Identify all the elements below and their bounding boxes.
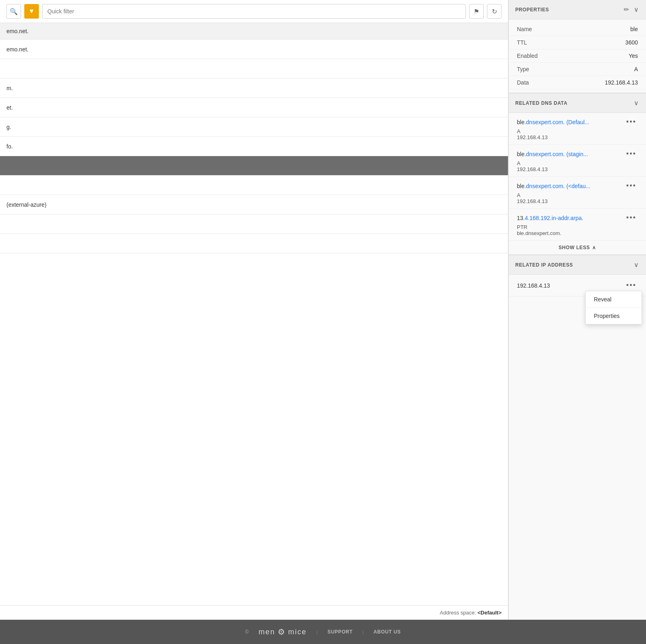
related-ip-section: RELATED IP ADDRESS ∨ 192.168.4.13 ••• Re… (509, 254, 646, 297)
prop-value-ttl: 3600 (625, 39, 638, 46)
properties-title: PROPERTIES (515, 7, 549, 13)
dns-entry-1-ip: 192.168.4.13 (517, 134, 638, 140)
properties-collapse-button[interactable]: ∨ (633, 5, 640, 14)
property-enabled-row: Enabled Yes (509, 49, 646, 63)
list-item[interactable] (0, 214, 508, 234)
list-item[interactable]: g. (0, 117, 508, 137)
chevron-down-icon: ∨ (634, 6, 639, 13)
properties-table: Name ble TTL 3600 Enabled Yes Type A Dat… (509, 19, 646, 93)
right-panel: PROPERTIES ✏ ∨ Name ble TTL 3600 Enabled (508, 0, 646, 620)
flag-icon: ⚑ (474, 8, 479, 15)
dns-entry-2-prefix: ble (517, 151, 525, 157)
context-menu: Reveal Properties (585, 291, 642, 324)
dns-entry-4: 13.4.168.192.in-addr.arpa. ••• PTR ble.d… (509, 209, 646, 241)
support-link[interactable]: SUPPORT (327, 629, 353, 635)
refresh-button[interactable]: ↻ (487, 4, 502, 19)
copyright: © (245, 629, 249, 635)
context-menu-properties[interactable]: Properties (586, 308, 642, 324)
ip-entry: 192.168.4.13 ••• Reveal Properties (509, 275, 646, 297)
chevron-down-icon: ∨ (634, 100, 639, 106)
dns-entry-1-suffix: .dnsexpert.com. (Defaul... (525, 119, 589, 125)
property-ttl-row: TTL 3600 (509, 36, 646, 49)
prop-value-data: 192.168.4.13 (605, 79, 638, 86)
list-item-text: et. (6, 104, 13, 111)
related-dns-section-header: RELATED DNS DATA ∨ (509, 93, 646, 113)
dns-entry-3-ip: 192.168.4.13 (517, 198, 638, 204)
list-item-text: emo.net. (6, 46, 28, 53)
list-item[interactable]: emo.net. (0, 40, 508, 59)
logo-text-part2: mice (288, 628, 307, 636)
list-item-text: fo. (6, 143, 13, 150)
dns-entry-3-suffix: .dnsexpert.com. (<defau... (525, 183, 591, 189)
list-item[interactable]: et. (0, 98, 508, 117)
list-item[interactable]: fo. (0, 137, 508, 156)
search-icon-button[interactable]: 🔍 (6, 4, 21, 19)
logo-icon: ⚙ (278, 627, 286, 637)
dns-entry-3-type: A (517, 192, 638, 198)
dns-entry-1-menu-button[interactable]: ••• (625, 117, 638, 127)
dns-entry-2-name: ble.dnsexpert.com. (stagin... (517, 151, 588, 157)
list-item-text: g. (6, 124, 11, 130)
dns-entry-3-menu-button[interactable]: ••• (625, 181, 638, 191)
dns-entry-3-header: ble.dnsexpert.com. (<defau... ••• (517, 181, 638, 191)
filter-icon: ▼ (28, 8, 35, 15)
prop-label-enabled: Enabled (517, 53, 538, 59)
related-dns-actions: ∨ (633, 98, 640, 108)
context-menu-reveal[interactable]: Reveal (586, 291, 642, 308)
ip-entry-menu-button[interactable]: ••• (625, 280, 638, 290)
related-dns-title: RELATED DNS DATA (515, 100, 567, 106)
dns-entry-1-header: ble.dnsexpert.com. (Defaul... ••• (517, 117, 638, 127)
list-item[interactable] (0, 234, 508, 253)
prop-value-name: ble (630, 26, 638, 32)
prop-label-ttl: TTL (517, 39, 527, 46)
prop-value-enabled: Yes (629, 53, 638, 59)
chevron-up-icon: ∧ (592, 245, 596, 250)
search-icon: 🔍 (10, 8, 18, 15)
dns-entry-3-name: ble.dnsexpert.com. (<defau... (517, 183, 591, 189)
related-dns-collapse-button[interactable]: ∨ (633, 98, 640, 108)
about-link[interactable]: ABOUT US (374, 629, 401, 635)
dns-entry-4-header: 13.4.168.192.in-addr.arpa. ••• (517, 213, 638, 223)
dns-entry-2-menu-button[interactable]: ••• (625, 149, 638, 159)
footer: © men ⚙ mice | SUPPORT | ABOUT US (0, 620, 646, 644)
address-space-label: Address space: (440, 610, 476, 616)
address-space-footer: Address space: <Default> (0, 605, 508, 620)
property-name-row: Name ble (509, 23, 646, 36)
property-data-row: Data 192.168.4.13 (509, 76, 646, 89)
related-ip-actions: ∨ (633, 260, 640, 269)
filter-button[interactable]: ▼ (24, 4, 39, 19)
logo-text-part1: men (259, 628, 275, 636)
address-space-value[interactable]: <Default> (478, 610, 502, 616)
dns-entry-2-suffix: .dnsexpert.com. (stagin... (525, 151, 588, 157)
dns-entry-4-ip: ble.dnsexpert.com. (517, 230, 638, 236)
list-item-selected[interactable] (0, 156, 508, 176)
list-item-text: emo.net. (6, 28, 28, 34)
related-ip-collapse-button[interactable]: ∨ (633, 260, 640, 269)
show-less-button[interactable]: SHOW LESS ∧ (509, 241, 646, 254)
quick-filter-input[interactable] (42, 4, 466, 19)
dns-entry-1-type: A (517, 128, 638, 134)
dns-entry-4-name: 13.4.168.192.in-addr.arpa. (517, 215, 583, 221)
left-panel: 🔍 ▼ ⚑ ↻ emo.net. emo.net. (0, 0, 508, 620)
prop-label-name: Name (517, 26, 532, 32)
list-item[interactable]: (external-azure) (0, 195, 508, 214)
dns-entry-3: ble.dnsexpert.com. (<defau... ••• A 192.… (509, 177, 646, 209)
list-area: emo.net. emo.net. m. et. g. fo. (0, 23, 508, 605)
related-ip-title: RELATED IP ADDRESS (515, 262, 573, 268)
list-item[interactable]: m. (0, 78, 508, 98)
edit-icon: ✏ (624, 6, 629, 13)
dns-entry-2-header: ble.dnsexpert.com. (stagin... ••• (517, 149, 638, 159)
list-item[interactable] (0, 176, 508, 195)
footer-divider: | (317, 629, 318, 635)
list-item[interactable]: emo.net. (0, 23, 508, 40)
property-type-row: Type A (509, 63, 646, 76)
list-item-text: m. (6, 85, 13, 91)
dns-entry-2-ip: 192.168.4.13 (517, 166, 638, 172)
dns-entry-4-menu-button[interactable]: ••• (625, 213, 638, 223)
dns-entry-1-prefix: ble (517, 119, 525, 125)
list-item[interactable] (0, 59, 508, 78)
properties-section-header: PROPERTIES ✏ ∨ (509, 0, 646, 19)
footer-logo: men ⚙ mice (259, 627, 307, 637)
properties-edit-button[interactable]: ✏ (623, 5, 630, 14)
flag-button[interactable]: ⚑ (469, 4, 484, 19)
